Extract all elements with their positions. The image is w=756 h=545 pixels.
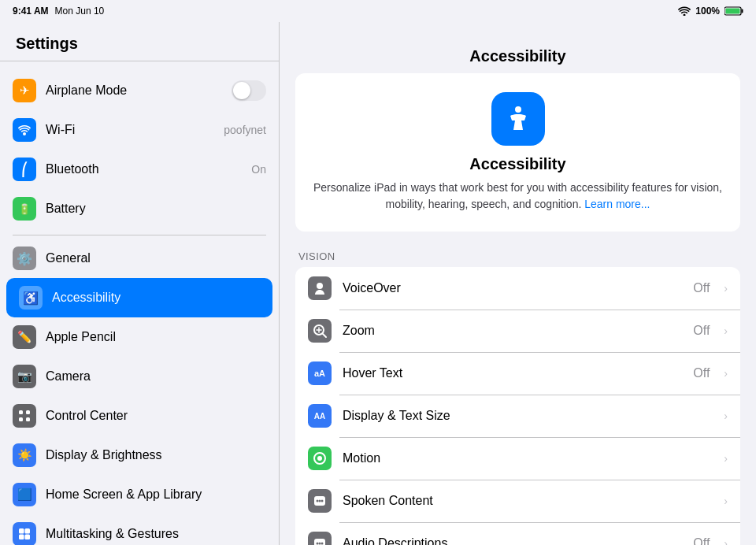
zoom-icon: [308, 319, 332, 343]
voiceover-label: VoiceOver: [343, 281, 682, 295]
svg-point-17: [317, 500, 319, 502]
sidebar-group-settings: ⚙️ General ♿ Accessibility ✏️ Apple Penc…: [0, 239, 279, 545]
audiodesc-value: Off: [693, 536, 710, 545]
ipad-frame: 9:41 AM Mon Jun 10 100% Settings: [0, 0, 756, 545]
sidebar-item-value-bluetooth: On: [251, 163, 266, 176]
svg-point-12: [317, 283, 323, 289]
svg-point-22: [319, 543, 321, 545]
multitasking-icon: [13, 522, 36, 545]
camera-icon: 📷: [13, 365, 36, 388]
sidebar-item-bluetooth[interactable]: ⎛ Bluetooth On: [0, 150, 279, 189]
sidebar-scroll[interactable]: ✈ Airplane Mode: [0, 61, 279, 545]
svg-rect-8: [25, 528, 31, 534]
sidebar-item-accessibility[interactable]: ♿ Accessibility: [6, 278, 272, 317]
row-motion[interactable]: Motion ›: [295, 437, 740, 480]
battery-status: 100%: [695, 6, 720, 17]
row-spokencontent[interactable]: Spoken Content ›: [295, 480, 740, 522]
sidebar-item-displaybrightness[interactable]: ☀️ Display & Brightness: [0, 436, 279, 475]
airplane-toggle[interactable]: [232, 80, 266, 101]
sidebar: Settings ✈ Airplane Mode: [0, 22, 280, 545]
sidebar-item-label-wifi: Wi-Fi: [46, 123, 214, 137]
sidebar-item-wifi[interactable]: Wi-Fi poofynet: [0, 110, 279, 150]
controlcenter-icon: [13, 404, 36, 428]
sidebar-item-camera[interactable]: 📷 Camera: [0, 357, 279, 396]
displaytextsize-icon: AA: [308, 404, 332, 428]
homescreen-icon: 🟦: [13, 483, 36, 506]
sidebar-item-label-battery: Battery: [46, 202, 266, 216]
wifi-status-icon: [678, 6, 691, 16]
sidebar-group-connectivity: ✈ Airplane Mode: [0, 71, 279, 228]
row-zoom[interactable]: Zoom Off ›: [295, 310, 740, 352]
row-voiceover[interactable]: VoiceOver Off ›: [295, 267, 740, 310]
svg-point-21: [317, 543, 319, 545]
motion-icon: [308, 447, 332, 470]
sidebar-item-label-airplane: Airplane Mode: [46, 83, 222, 98]
airplane-toggle-knob: [233, 82, 250, 99]
sidebar-item-applepencil[interactable]: ✏️ Apple Pencil: [0, 317, 279, 357]
row-displaytextsize[interactable]: AA Display & Text Size ›: [295, 395, 740, 437]
vision-label: VISION: [295, 250, 740, 262]
sidebar-header: Settings: [0, 22, 279, 61]
svg-point-23: [321, 543, 324, 545]
hero-accessibility-icon: [491, 92, 545, 146]
zoom-chevron: ›: [724, 324, 728, 337]
sidebar-item-airplane[interactable]: ✈ Airplane Mode: [0, 71, 279, 110]
audiodesc-label: Audio Descriptions: [343, 536, 682, 545]
sidebar-item-multitasking[interactable]: Multitasking & Gestures: [0, 514, 279, 545]
status-time: 9:41 AM: [13, 6, 49, 17]
status-date: Mon Jun 10: [55, 6, 105, 17]
svg-rect-9: [19, 535, 24, 540]
sidebar-item-homescreen[interactable]: 🟦 Home Screen & App Library: [0, 475, 279, 514]
motion-chevron: ›: [724, 452, 728, 465]
sidebar-item-label-general: General: [46, 251, 266, 265]
status-right: 100%: [678, 6, 743, 17]
sidebar-item-label-camera: Camera: [46, 369, 266, 384]
sidebar-item-controlcenter[interactable]: Control Center: [0, 396, 279, 436]
svg-rect-2: [726, 9, 740, 14]
row-audiodesc[interactable]: Audio Descriptions Off ›: [295, 522, 740, 545]
svg-rect-10: [25, 535, 31, 540]
hero-title: Accessibility: [311, 155, 724, 173]
status-bar: 9:41 AM Mon Jun 10 100%: [0, 0, 756, 22]
zoom-label: Zoom: [343, 324, 682, 338]
sidebar-item-label-controlcenter: Control Center: [46, 409, 266, 423]
applepencil-icon: ✏️: [13, 325, 36, 349]
battery-setting-icon: 🔋: [13, 197, 36, 221]
sidebar-item-label-displaybrightness: Display & Brightness: [46, 448, 266, 462]
sidebar-divider: [13, 235, 266, 235]
displaybrightness-icon: ☀️: [13, 443, 36, 467]
bluetooth-icon: ⎛: [13, 158, 36, 181]
wifi-icon: [13, 118, 36, 142]
voiceover-chevron: ›: [724, 282, 728, 295]
hovertext-chevron: ›: [724, 367, 728, 380]
vision-group: VoiceOver Off › Zoom: [295, 267, 740, 545]
sidebar-title: Settings: [16, 35, 78, 52]
svg-point-19: [321, 500, 324, 502]
spokencontent-icon: [308, 489, 332, 513]
audiodesc-icon: [308, 532, 332, 545]
general-icon: ⚙️: [13, 247, 36, 270]
hero-description: Personalize iPad in ways that work best …: [311, 180, 724, 213]
accessibility-icon: ♿: [19, 286, 43, 310]
zoom-value: Off: [693, 324, 710, 338]
hero-description-text: Personalize iPad in ways that work best …: [313, 181, 722, 210]
svg-point-18: [319, 500, 321, 502]
sidebar-item-label-multitasking: Multitasking & Gestures: [46, 527, 266, 541]
svg-rect-1: [742, 9, 743, 13]
spokencontent-chevron: ›: [724, 495, 728, 507]
motion-label: Motion: [343, 451, 710, 465]
sidebar-item-battery[interactable]: 🔋 Battery: [0, 189, 279, 228]
vision-section: VISION VoiceOver Off ›: [295, 250, 740, 545]
spokencontent-label: Spoken Content: [343, 494, 710, 508]
hovertext-label: Hover Text: [343, 366, 682, 380]
detail-pane: Accessibility Accessibility Personalize …: [280, 22, 756, 545]
battery-icon: [724, 6, 743, 16]
learn-more-link[interactable]: Learn more...: [584, 198, 650, 210]
detail-title: Accessibility: [295, 38, 740, 73]
voiceover-value: Off: [693, 281, 710, 295]
row-hovertext[interactable]: aA Hover Text Off ›: [295, 352, 740, 395]
svg-rect-3: [19, 410, 23, 414]
hovertext-icon: aA: [308, 361, 332, 385]
svg-rect-4: [26, 410, 30, 414]
sidebar-item-general[interactable]: ⚙️ General: [0, 239, 279, 278]
